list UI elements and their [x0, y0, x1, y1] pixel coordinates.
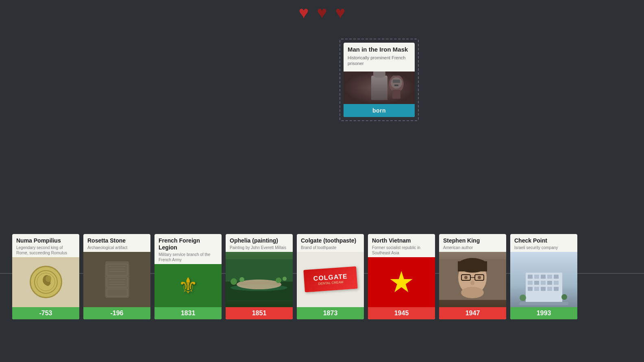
card-year-checkpoint: 1993	[510, 307, 577, 319]
card-drop-zone[interactable]: Man in the Iron Mask Historically promin…	[339, 39, 419, 121]
svg-rect-1	[392, 90, 400, 99]
card-image-stephen	[439, 252, 506, 307]
svg-point-25	[276, 277, 281, 283]
card-title: North Vietnam	[372, 237, 431, 244]
svg-point-34	[464, 276, 468, 279]
svg-rect-30	[458, 261, 487, 271]
card-title: Ophelia (painting)	[230, 237, 289, 244]
lives-display: ♥ ♥ ♥	[299, 4, 346, 21]
svg-rect-43	[554, 275, 559, 279]
card-title: Stephen King	[443, 237, 502, 244]
card-subtitle: Former socialist republic in Southeast A…	[372, 245, 431, 256]
svg-rect-41	[541, 275, 546, 279]
heart-2: ♥	[317, 4, 327, 21]
active-card: Man in the Iron Mask Historically promin…	[344, 43, 415, 117]
svg-rect-48	[554, 281, 559, 285]
card-year-french: 1831	[154, 307, 222, 319]
card-year-ophelia: 1851	[226, 307, 293, 319]
card-numa[interactable]: Numa Pompilius Legendary second king of …	[12, 234, 79, 319]
card-year-stephen: 1947	[439, 307, 506, 319]
svg-rect-42	[547, 275, 552, 279]
card-subtitle: Legendary second king of Rome, succeedin…	[16, 245, 75, 256]
card-image-rosetta	[83, 252, 150, 307]
svg-rect-51	[541, 287, 546, 291]
svg-point-24	[239, 277, 244, 282]
card-stephen-king[interactable]: Stephen King American author	[439, 234, 506, 319]
card-image-numa	[12, 257, 79, 307]
card-title: Rosetta Stone	[87, 237, 146, 244]
card-image-ophelia	[226, 252, 293, 307]
card-checkpoint[interactable]: Check Point Israeli security company	[510, 234, 577, 319]
card-subtitle: Archaeological artifact	[87, 245, 146, 250]
popup-card-title: Man in the Iron Mask	[348, 46, 411, 53]
card-image-french: ⚜	[154, 264, 222, 307]
card-title: Numa Pompilius	[16, 237, 75, 244]
born-button[interactable]: born	[344, 104, 415, 117]
heart-1: ♥	[299, 4, 309, 21]
card-title: Colgate (toothpaste)	[301, 237, 360, 244]
svg-rect-39	[528, 275, 533, 279]
heart-3: ♥	[335, 4, 345, 21]
svg-rect-50	[534, 287, 539, 291]
card-title: French Foreign Legion	[159, 237, 218, 251]
svg-rect-49	[528, 287, 533, 291]
timeline-cards-container: Numa Pompilius Legendary second king of …	[0, 234, 644, 362]
card-year-colgate: 1873	[297, 307, 364, 319]
popup-card-image	[344, 72, 415, 104]
card-year-numa: -753	[12, 307, 79, 319]
card-subtitle: Military service branch of the French Ar…	[159, 252, 218, 262]
svg-point-36	[470, 280, 474, 285]
svg-rect-40	[534, 275, 539, 279]
card-subtitle: American author	[443, 245, 502, 250]
svg-point-56	[561, 294, 567, 300]
card-image-vietnam: ★	[368, 257, 435, 307]
svg-point-35	[478, 276, 481, 279]
svg-rect-53	[554, 287, 559, 291]
card-north-vietnam[interactable]: North Vietnam Former socialist republic …	[368, 234, 435, 319]
card-image-colgate: COLGATE DENTAL CREAM	[297, 252, 364, 307]
svg-rect-46	[541, 281, 546, 285]
svg-rect-54	[520, 302, 568, 305]
card-image-checkpoint	[510, 252, 577, 307]
card-rosetta[interactable]: Rosetta Stone Archaeological artifact -1…	[83, 234, 150, 319]
popup-card-desc: Historically prominent French prisoner	[348, 55, 411, 67]
card-ophelia[interactable]: Ophelia (painting) Painting by John Ever…	[226, 234, 293, 319]
svg-point-37	[461, 287, 484, 298]
card-subtitle: Brand of toothpaste	[301, 245, 360, 250]
svg-rect-52	[547, 287, 552, 291]
card-subtitle: Israeli security company	[514, 245, 573, 250]
svg-rect-44	[528, 281, 533, 285]
card-year-rosetta: -196	[83, 307, 150, 319]
card-title: Check Point	[514, 237, 573, 244]
svg-rect-4	[394, 85, 398, 86]
svg-rect-3	[393, 80, 400, 83]
svg-point-23	[231, 278, 237, 285]
svg-point-26	[283, 277, 287, 281]
svg-rect-45	[534, 281, 539, 285]
card-year-vietnam: 1945	[368, 307, 435, 319]
svg-rect-47	[547, 281, 552, 285]
card-colgate[interactable]: Colgate (toothpaste) Brand of toothpaste…	[297, 234, 364, 319]
svg-point-8	[46, 275, 51, 282]
card-french-legion[interactable]: French Foreign Legion Military service b…	[154, 234, 222, 319]
card-subtitle: Painting by John Everett Millais	[230, 245, 289, 250]
svg-point-55	[520, 295, 526, 301]
